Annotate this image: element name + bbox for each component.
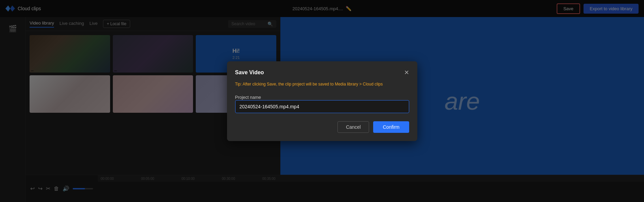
modal-tip: Tip: After clicking Save, the clip proje… <box>235 81 409 87</box>
save-video-modal: Save Video ✕ Tip: After clicking Save, t… <box>227 61 417 141</box>
modal-header: Save Video ✕ <box>235 69 409 76</box>
modal-actions: Cancel Confirm <box>235 121 409 133</box>
modal-title: Save Video <box>235 69 264 76</box>
modal-overlay: Save Video ✕ Tip: After clicking Save, t… <box>0 0 644 202</box>
modal-close-button[interactable]: ✕ <box>404 69 409 76</box>
project-name-input[interactable] <box>235 100 409 113</box>
cancel-button[interactable]: Cancel <box>337 121 369 133</box>
project-name-label: Project name <box>235 95 261 100</box>
confirm-button[interactable]: Confirm <box>373 121 409 133</box>
